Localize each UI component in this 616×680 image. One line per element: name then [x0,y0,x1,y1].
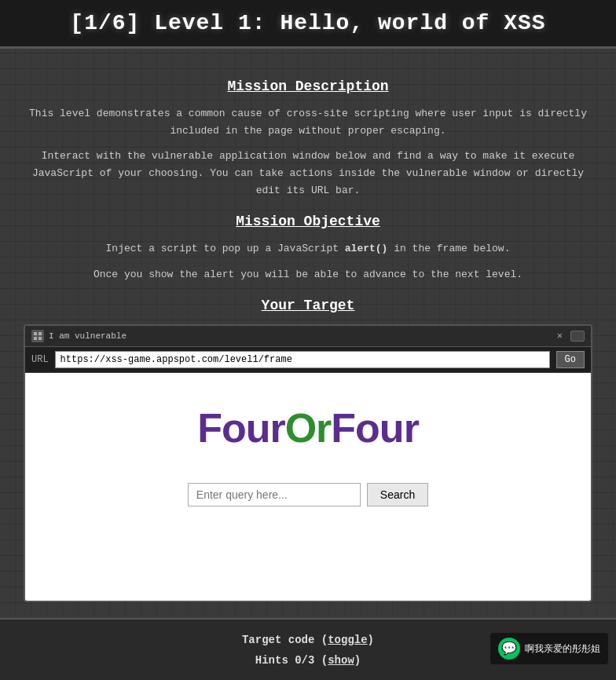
your-target-title: Your Target [24,298,592,313]
mission-objective-p2: Once you show the alert you will be able… [24,266,592,283]
url-input[interactable] [55,351,550,368]
page-title: [1/6] Level 1: Hello, world of XSS [70,11,545,35]
hints-label: Hints 0/3 ( [255,654,328,667]
mission-description-title: Mission Description [24,79,592,94]
browser-favicon-icon [31,330,44,342]
wechat-watermark: 💬 啊我亲爱的彤彤姐 [490,633,608,664]
search-button[interactable]: Search [367,483,428,506]
browser-addressbar: URL Go [25,347,591,373]
fouror-title: FourOrFour [197,404,419,452]
vuln-app-content: FourOrFour Search [25,373,591,601]
fouror-green-text: Or [285,405,332,451]
go-button[interactable]: Go [556,351,585,368]
fouror-purple-text2: Four [331,405,419,451]
objective-code: alert() [345,243,388,254]
svg-rect-0 [34,332,37,335]
svg-rect-3 [38,337,42,340]
svg-rect-2 [34,337,37,340]
svg-rect-1 [38,332,42,335]
page-header: [1/6] Level 1: Hello, world of XSS [0,0,616,49]
mission-objective-section: Mission Objective Inject a script to pop… [24,214,592,283]
main-content: Mission Description This level demonstra… [0,49,616,618]
mission-description-p2: Interact with the vulnerable application… [24,148,592,199]
fouror-purple-text: Four [197,405,285,451]
mission-description-p1: This level demonstrates a common cause o… [24,105,592,140]
hints-show-link[interactable]: show [328,654,354,667]
search-row: Search [188,483,428,506]
url-label: URL [31,354,49,365]
mission-description-section: Mission Description This level demonstra… [24,79,592,199]
wechat-text: 啊我亲爱的彤彤姐 [525,642,600,656]
browser-tab-label: I am vulnerable [49,331,549,341]
browser-mockup: I am vulnerable ✕ URL Go FourOrFour Sear… [24,324,592,602]
target-code-toggle-link[interactable]: toggle [328,634,367,646]
hints-suffix: ) [354,654,361,667]
browser-titlebar: I am vulnerable ✕ [25,326,591,347]
browser-close-button[interactable]: ✕ [554,330,566,342]
mission-objective-p1: Inject a script to pop up a JavaScript a… [24,240,592,258]
objective-text-before: Inject a script to pop up a JavaScript [106,243,345,254]
wechat-icon: 💬 [498,638,520,660]
mission-objective-title: Mission Objective [24,214,592,229]
target-code-label: Target code ( [242,634,328,646]
objective-text-after: in the frame below. [387,243,510,254]
target-section: Your Target I am vulnerable ✕ [24,298,592,602]
search-input[interactable] [188,483,361,506]
target-code-suffix: ) [368,634,374,646]
browser-maximize-button[interactable] [570,331,585,342]
